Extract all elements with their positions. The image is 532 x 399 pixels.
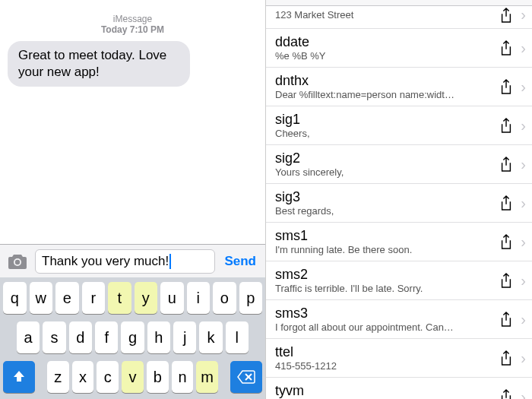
key-e[interactable]: e [55, 282, 79, 314]
snippet-title: dnthx [275, 72, 499, 89]
compose-input[interactable]: Thank you very much! [35, 249, 215, 274]
share-icon[interactable] [499, 272, 516, 289]
snippet-row[interactable]: tyvmThank you very much!› [266, 378, 532, 399]
compose-text: Thank you very much! [42, 254, 169, 269]
key-k[interactable]: k [199, 321, 222, 353]
snippet-title: tyvm [275, 382, 499, 399]
key-s[interactable]: s [43, 321, 65, 353]
snippet-row[interactable]: sms2Traffic is terrible. I'll be late. S… [266, 261, 532, 300]
chevron-right-icon: › [519, 78, 526, 96]
share-icon[interactable] [499, 7, 516, 24]
snippet-row[interactable]: dnthxDear %filltext:name=person name:wid… [266, 68, 532, 106]
snippet-expansion: I forgot all about our appointment. Can… [275, 321, 480, 334]
send-button[interactable]: Send [221, 254, 259, 269]
snippet-title: ttel [275, 344, 499, 360]
snippet-expansion: 415-555-1212 [275, 360, 480, 372]
snippet-title: sig3 [275, 188, 499, 205]
key-d[interactable]: d [69, 321, 92, 353]
snippet-expansion: %e %B %Y [275, 50, 480, 62]
imessage-label: iMessage [113, 14, 152, 24]
snippet-expansion: Traffic is terrible. I'll be late. Sorry… [275, 283, 480, 295]
key-y[interactable]: y [135, 282, 158, 314]
chevron-right-icon: › [519, 272, 526, 290]
imessage-time: Today 7:10 PM [101, 24, 164, 35]
snippet-title: sig2 [275, 150, 499, 166]
key-w[interactable]: w [30, 282, 53, 314]
key-i[interactable]: i [187, 282, 211, 314]
imessage-pane: iMessage Today 7:10 PM Great to meet tod… [0, 0, 266, 399]
chevron-right-icon: › [519, 311, 526, 328]
key-f[interactable]: f [95, 321, 118, 353]
snippet-title: sig1 [275, 111, 499, 128]
snippet-row[interactable]: 123 Market Street› [266, 6, 532, 29]
shift-key[interactable] [3, 361, 35, 393]
svg-point-1 [15, 259, 20, 264]
share-icon[interactable] [499, 388, 516, 399]
key-o[interactable]: o [213, 282, 236, 314]
snippets-pane: 123 Market Street›ddate%e %B %Y›dnthxDea… [266, 0, 532, 399]
chevron-right-icon: › [519, 6, 526, 24]
text-cursor [169, 254, 171, 269]
snippets-topbar [266, 0, 532, 6]
chevron-right-icon: › [519, 40, 526, 57]
compose-bar: Thank you very much! Send [0, 244, 265, 277]
share-icon[interactable] [499, 233, 516, 250]
key-z[interactable]: z [47, 361, 69, 393]
snippet-title: ddate [275, 33, 499, 50]
snippet-expansion: Yours sincerely, [275, 166, 480, 179]
key-n[interactable]: n [172, 361, 194, 393]
chevron-right-icon: › [519, 388, 526, 400]
snippet-row[interactable]: sms1I'm running late. Be there soon.› [266, 223, 532, 261]
chevron-right-icon: › [519, 233, 526, 251]
snippet-expansion: I'm running late. Be there soon. [275, 244, 480, 256]
snippet-row[interactable]: sig2Yours sincerely,› [266, 145, 532, 184]
share-icon[interactable] [499, 78, 516, 95]
snippet-row[interactable]: sms3I forgot all about our appointment. … [266, 300, 532, 339]
chevron-right-icon: › [519, 350, 526, 367]
key-m[interactable]: m [196, 361, 218, 393]
share-icon[interactable] [499, 311, 516, 328]
camera-icon[interactable] [6, 250, 29, 273]
key-x[interactable]: x [72, 361, 94, 393]
snippet-expansion: 123 Market Street [275, 9, 480, 21]
backspace-key[interactable] [230, 361, 262, 393]
snippet-row[interactable]: sig1Cheers,› [266, 106, 532, 145]
snippet-title: sms1 [275, 227, 499, 244]
snippets-list[interactable]: 123 Market Street›ddate%e %B %Y›dnthxDea… [266, 6, 532, 399]
key-r[interactable]: r [82, 282, 106, 314]
snippet-expansion: Dear %filltext:name=person name:widt… [275, 89, 480, 101]
conversation-area: iMessage Today 7:10 PM Great to meet tod… [0, 0, 265, 244]
key-a[interactable]: a [17, 321, 40, 353]
share-icon[interactable] [499, 195, 516, 211]
snippet-expansion: Cheers, [275, 128, 480, 140]
conversation-timestamp: iMessage Today 7:10 PM [0, 14, 265, 35]
share-icon[interactable] [499, 40, 516, 56]
key-g[interactable]: g [121, 321, 144, 353]
key-c[interactable]: c [97, 361, 119, 393]
snippet-row[interactable]: sig3Best regards,› [266, 184, 532, 223]
share-icon[interactable] [499, 117, 516, 134]
chevron-right-icon: › [519, 156, 526, 173]
key-p[interactable]: p [239, 282, 263, 314]
share-icon[interactable] [499, 156, 516, 173]
key-t[interactable]: t [108, 282, 131, 314]
key-l[interactable]: l [226, 321, 249, 353]
key-h[interactable]: h [147, 321, 170, 353]
incoming-message-bubble: Great to meet today. Love your new app! [8, 41, 190, 87]
key-b[interactable]: b [147, 361, 169, 393]
snippet-row[interactable]: ddate%e %B %Y› [266, 29, 532, 68]
keyboard: qwertyuiop asdfghjkl zxcvbnm [0, 277, 265, 399]
share-icon[interactable] [499, 350, 516, 366]
key-v[interactable]: v [122, 361, 144, 393]
key-j[interactable]: j [173, 321, 196, 353]
snippet-title: sms2 [275, 266, 499, 283]
snippet-expansion: Best regards, [275, 205, 480, 217]
key-q[interactable]: q [3, 282, 27, 314]
chevron-right-icon: › [519, 117, 526, 135]
snippet-title: sms3 [275, 305, 499, 321]
key-u[interactable]: u [160, 282, 184, 314]
snippet-row[interactable]: ttel415-555-1212› [266, 339, 532, 378]
chevron-right-icon: › [519, 195, 526, 212]
